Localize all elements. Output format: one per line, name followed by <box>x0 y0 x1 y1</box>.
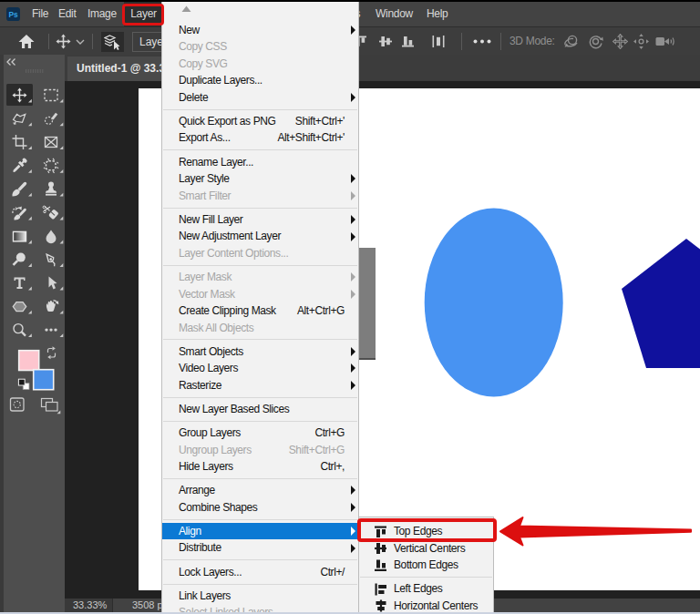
svg-text:Ps: Ps <box>8 10 18 19</box>
